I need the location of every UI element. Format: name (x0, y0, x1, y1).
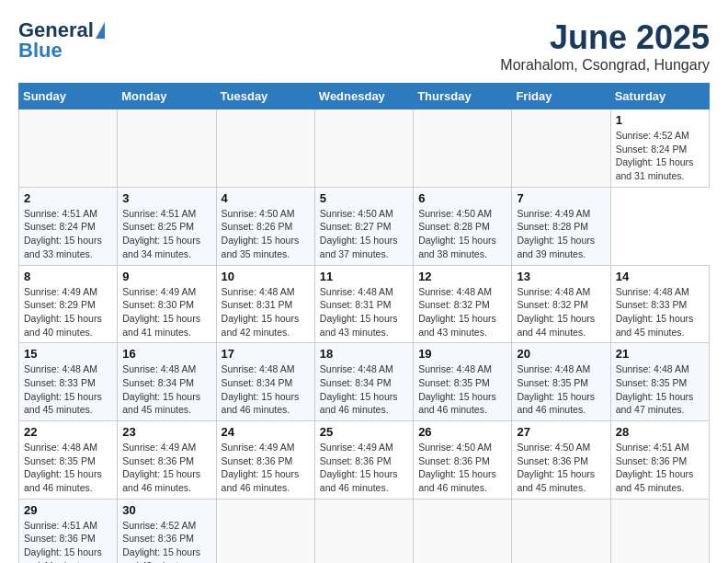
day-number: 1 (616, 113, 704, 127)
day-number: 22 (24, 425, 112, 439)
day-info: Sunrise: 4:51 AMSunset: 8:25 PMDaylight:… (122, 207, 210, 261)
day-number: 30 (122, 503, 210, 517)
table-row: 15Sunrise: 4:48 AMSunset: 8:33 PMDayligh… (19, 343, 118, 421)
table-row: 10Sunrise: 4:48 AMSunset: 8:31 PMDayligh… (216, 265, 314, 343)
table-row (216, 109, 314, 188)
day-number: 18 (320, 347, 408, 361)
day-number: 10 (222, 270, 310, 283)
table-row (512, 109, 610, 188)
day-info: Sunrise: 4:51 AMSunset: 8:36 PMDaylight:… (616, 441, 704, 495)
table-row (216, 499, 314, 563)
day-info: Sunrise: 4:48 AMSunset: 8:34 PMDaylight:… (320, 362, 408, 417)
day-number: 7 (517, 191, 605, 205)
day-number: 14 (616, 270, 704, 283)
table-row: 1Sunrise: 4:52 AMSunset: 8:24 PMDaylight… (610, 109, 709, 188)
day-number: 13 (517, 270, 605, 283)
table-row: 25Sunrise: 4:49 AMSunset: 8:36 PMDayligh… (314, 421, 413, 500)
day-number: 5 (320, 191, 408, 205)
page-header: General Blue June 2025 Morahalom, Csongr… (18, 18, 710, 74)
day-number: 26 (418, 425, 506, 439)
col-header-tuesday: Tuesday (216, 84, 314, 109)
table-row: 8Sunrise: 4:49 AMSunset: 8:29 PMDaylight… (19, 265, 118, 343)
table-row: 9Sunrise: 4:49 AMSunset: 8:30 PMDaylight… (118, 265, 216, 343)
calendar-week-3: 8Sunrise: 4:49 AMSunset: 8:29 PMDaylight… (19, 265, 710, 343)
table-row: 22Sunrise: 4:48 AMSunset: 8:35 PMDayligh… (19, 421, 118, 500)
day-info: Sunrise: 4:50 AMSunset: 8:26 PMDaylight:… (222, 207, 310, 261)
day-number: 23 (122, 425, 210, 439)
day-number: 6 (418, 191, 506, 205)
calendar-week-4: 15Sunrise: 4:48 AMSunset: 8:33 PMDayligh… (19, 343, 710, 421)
day-number: 2 (24, 191, 112, 205)
day-info: Sunrise: 4:48 AMSunset: 8:34 PMDaylight:… (122, 362, 210, 417)
calendar-week-1: 1Sunrise: 4:52 AMSunset: 8:24 PMDaylight… (19, 109, 710, 188)
col-header-sunday: Sunday (19, 84, 118, 109)
day-info: Sunrise: 4:48 AMSunset: 8:35 PMDaylight:… (24, 441, 112, 495)
day-info: Sunrise: 4:49 AMSunset: 8:29 PMDaylight:… (24, 285, 112, 339)
table-row (118, 109, 216, 188)
day-info: Sunrise: 4:48 AMSunset: 8:34 PMDaylight:… (222, 362, 310, 417)
table-row: 30Sunrise: 4:52 AMSunset: 8:36 PMDayligh… (118, 499, 216, 563)
day-number: 19 (418, 347, 506, 361)
calendar-week-6: 29Sunrise: 4:51 AMSunset: 8:36 PMDayligh… (19, 499, 710, 563)
table-row: 19Sunrise: 4:48 AMSunset: 8:35 PMDayligh… (414, 343, 512, 421)
table-row: 12Sunrise: 4:48 AMSunset: 8:32 PMDayligh… (414, 265, 512, 343)
day-info: Sunrise: 4:49 AMSunset: 8:36 PMDaylight:… (122, 441, 210, 495)
day-number: 28 (616, 425, 704, 439)
day-info: Sunrise: 4:50 AMSunset: 8:28 PMDaylight:… (418, 207, 506, 261)
day-number: 4 (222, 191, 310, 205)
table-row (314, 109, 413, 188)
table-row (19, 109, 118, 188)
day-info: Sunrise: 4:50 AMSunset: 8:27 PMDaylight:… (320, 207, 408, 261)
logo-blue-text: Blue (18, 39, 63, 63)
day-info: Sunrise: 4:49 AMSunset: 8:30 PMDaylight:… (122, 285, 210, 339)
day-number: 9 (122, 270, 210, 283)
day-info: Sunrise: 4:51 AMSunset: 8:36 PMDaylight:… (24, 519, 112, 563)
day-info: Sunrise: 4:48 AMSunset: 8:33 PMDaylight:… (616, 285, 704, 339)
title-block: June 2025 Morahalom, Csongrad, Hungary (500, 18, 710, 74)
table-row (414, 109, 512, 188)
day-number: 29 (24, 503, 112, 517)
day-info: Sunrise: 4:48 AMSunset: 8:31 PMDaylight:… (222, 285, 310, 339)
day-info: Sunrise: 4:48 AMSunset: 8:32 PMDaylight:… (517, 285, 605, 339)
table-row: 27Sunrise: 4:50 AMSunset: 8:36 PMDayligh… (512, 421, 610, 500)
table-row: 24Sunrise: 4:49 AMSunset: 8:36 PMDayligh… (216, 421, 314, 500)
col-header-saturday: Saturday (610, 84, 709, 109)
table-row: 18Sunrise: 4:48 AMSunset: 8:34 PMDayligh… (314, 343, 413, 421)
col-header-friday: Friday (512, 84, 610, 109)
table-row: 20Sunrise: 4:48 AMSunset: 8:35 PMDayligh… (512, 343, 610, 421)
day-number: 12 (418, 270, 506, 283)
col-header-monday: Monday (118, 84, 216, 109)
day-number: 27 (517, 425, 605, 439)
calendar-week-2: 2Sunrise: 4:51 AMSunset: 8:24 PMDaylight… (19, 187, 710, 265)
day-number: 11 (320, 270, 408, 283)
logo-triangle-icon (96, 22, 105, 39)
table-row: 7Sunrise: 4:49 AMSunset: 8:28 PMDaylight… (512, 187, 610, 265)
day-number: 25 (320, 425, 408, 439)
day-number: 21 (616, 347, 704, 361)
calendar-week-5: 22Sunrise: 4:48 AMSunset: 8:35 PMDayligh… (19, 421, 710, 500)
day-number: 8 (24, 270, 112, 283)
table-row: 17Sunrise: 4:48 AMSunset: 8:34 PMDayligh… (216, 343, 314, 421)
col-header-wednesday: Wednesday (314, 84, 413, 109)
table-row: 29Sunrise: 4:51 AMSunset: 8:36 PMDayligh… (19, 499, 118, 563)
table-row: 23Sunrise: 4:49 AMSunset: 8:36 PMDayligh… (118, 421, 216, 500)
day-info: Sunrise: 4:48 AMSunset: 8:32 PMDaylight:… (418, 285, 506, 339)
logo: General Blue (18, 18, 105, 63)
table-row: 2Sunrise: 4:51 AMSunset: 8:24 PMDaylight… (19, 187, 118, 265)
day-number: 16 (122, 347, 210, 361)
table-row: 21Sunrise: 4:48 AMSunset: 8:35 PMDayligh… (610, 343, 709, 421)
day-info: Sunrise: 4:51 AMSunset: 8:24 PMDaylight:… (24, 207, 112, 261)
day-info: Sunrise: 4:49 AMSunset: 8:36 PMDaylight:… (320, 441, 408, 495)
day-info: Sunrise: 4:48 AMSunset: 8:35 PMDaylight:… (616, 362, 704, 417)
day-info: Sunrise: 4:50 AMSunset: 8:36 PMDaylight:… (517, 441, 605, 495)
day-info: Sunrise: 4:48 AMSunset: 8:35 PMDaylight:… (418, 362, 506, 417)
table-row: 13Sunrise: 4:48 AMSunset: 8:32 PMDayligh… (512, 265, 610, 343)
col-header-thursday: Thursday (414, 84, 512, 109)
day-number: 3 (122, 191, 210, 205)
calendar-table: SundayMondayTuesdayWednesdayThursdayFrid… (18, 83, 710, 563)
table-row (414, 499, 512, 563)
day-info: Sunrise: 4:52 AMSunset: 8:36 PMDaylight:… (122, 519, 210, 563)
day-info: Sunrise: 4:49 AMSunset: 8:36 PMDaylight:… (222, 441, 310, 495)
day-info: Sunrise: 4:50 AMSunset: 8:36 PMDaylight:… (418, 441, 506, 495)
day-number: 24 (222, 425, 310, 439)
